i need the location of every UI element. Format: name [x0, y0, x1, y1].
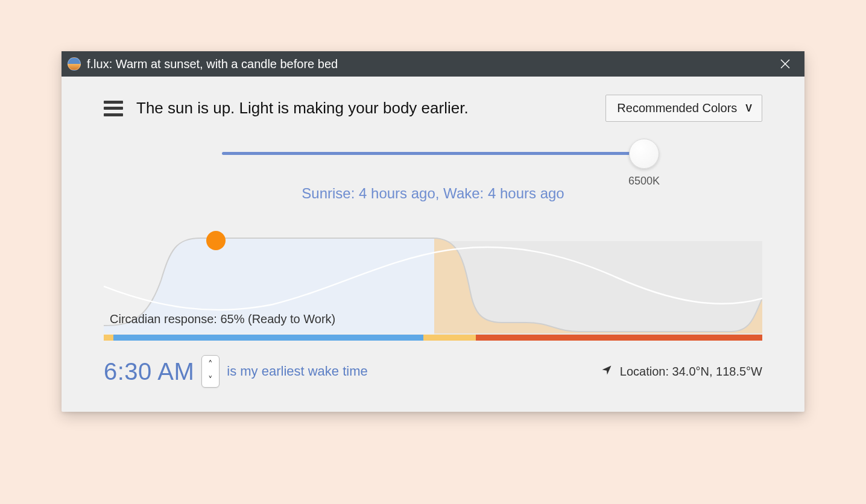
timeline-segment-night — [476, 335, 762, 341]
sunrise-wake-text: Sunrise: 4 hours ago, Wake: 4 hours ago — [104, 185, 762, 202]
flux-window: f.lux: Warm at sunset, with a candle bef… — [62, 51, 804, 412]
slider-value-label: 6500K — [626, 175, 662, 187]
preset-label: Recommended Colors — [617, 101, 737, 115]
circadian-graph: Circadian response: 65% (Ready to Work) — [62, 220, 804, 341]
circadian-response-label: Circadian response: 65% (Ready to Work) — [110, 312, 335, 326]
slider-knob[interactable] — [629, 139, 659, 169]
status-text: The sun is up. Light is making your body… — [136, 99, 469, 118]
timeline-segment-day — [113, 335, 423, 341]
header-row: The sun is up. Light is making your body… — [104, 95, 762, 122]
client-area: The sun is up. Light is making your body… — [62, 77, 804, 412]
location-button[interactable]: Location: 34.0°N, 118.5°W — [601, 364, 762, 379]
wake-time-down-button[interactable]: ˅ — [202, 371, 219, 387]
sun-position-marker — [206, 231, 226, 250]
wake-time-up-button[interactable]: ˄ — [202, 356, 219, 371]
color-temp-slider[interactable]: 6500K — [222, 152, 644, 155]
titlebar: f.lux: Warm at sunset, with a candle bef… — [62, 51, 804, 77]
timeline-bar — [104, 335, 762, 341]
hamburger-icon — [104, 101, 123, 104]
slider-track — [222, 152, 644, 155]
close-button[interactable] — [777, 55, 794, 72]
chevron-down-icon: V — [745, 103, 751, 114]
menu-button[interactable] — [104, 101, 123, 116]
wake-time-value: 6:30 AM — [104, 358, 194, 385]
window-title: f.lux: Warm at sunset, with a candle bef… — [87, 57, 338, 71]
close-icon — [780, 59, 790, 69]
wake-time-stepper[interactable]: ˄ ˅ — [201, 355, 220, 388]
bottom-row: 6:30 AM ˄ ˅ is my earliest wake time Loc… — [104, 355, 762, 388]
timeline-segment-predawn — [104, 335, 113, 341]
wake-time-label: is my earliest wake time — [227, 364, 368, 379]
location-arrow-icon — [601, 364, 613, 379]
color-preset-dropdown[interactable]: Recommended Colors V — [605, 95, 762, 122]
app-icon — [68, 57, 81, 71]
location-text: Location: 34.0°N, 118.5°W — [620, 365, 762, 379]
wake-time-group: 6:30 AM ˄ ˅ is my earliest wake time — [104, 355, 368, 388]
timeline-segment-sunset — [423, 335, 476, 341]
